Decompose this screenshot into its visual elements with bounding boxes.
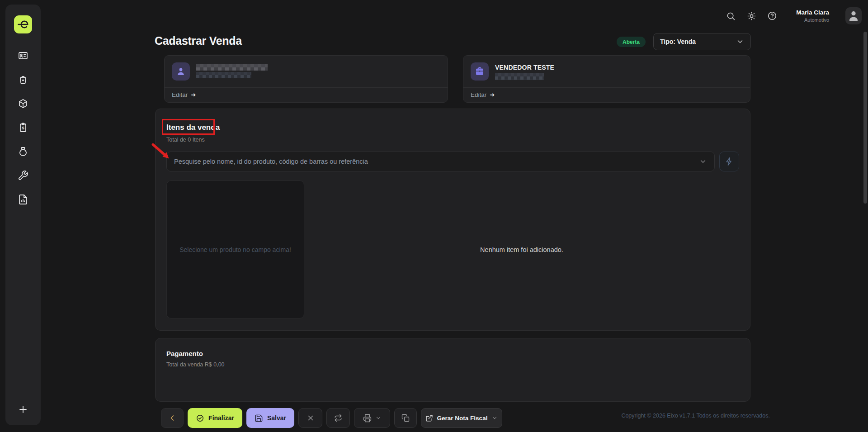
divider xyxy=(165,87,448,88)
person-icon xyxy=(175,66,186,77)
payment-section: Pagamento Total da venda R$ 0,00 xyxy=(155,338,750,402)
redacted-customer-name xyxy=(196,64,268,71)
quick-add-button[interactable] xyxy=(719,152,739,171)
customer-redacted-info xyxy=(196,62,268,81)
contact-card-icon xyxy=(18,50,28,61)
external-link-icon xyxy=(425,414,433,422)
cancel-button[interactable] xyxy=(298,408,322,428)
sidebar-item-products[interactable] xyxy=(16,98,30,109)
help-button[interactable] xyxy=(767,11,777,21)
theme-toggle-button[interactable] xyxy=(746,11,756,21)
seller-edit-link[interactable]: Editar ➜ xyxy=(471,91,495,98)
plus-icon xyxy=(18,404,28,415)
search-icon xyxy=(726,11,736,21)
chevron-down-icon xyxy=(699,157,707,166)
divider xyxy=(463,87,750,88)
finalize-label: Finalizar xyxy=(208,414,234,422)
product-search-input[interactable] xyxy=(174,158,694,165)
generate-invoice-label: Gerar Nota Fiscal xyxy=(437,415,488,422)
customer-card: Editar ➜ xyxy=(164,55,448,103)
sidebar-item-contacts[interactable] xyxy=(16,50,30,61)
sidebar-item-services[interactable] xyxy=(16,170,30,181)
sun-icon xyxy=(747,11,756,21)
sale-items-section: Itens da venda Total de 0 Itens Selecion… xyxy=(155,109,750,331)
sidebar-item-finance[interactable] xyxy=(16,146,30,157)
customer-avatar xyxy=(172,62,190,81)
chevron-left-icon xyxy=(168,413,177,423)
seller-avatar xyxy=(471,62,489,81)
repeat-icon xyxy=(334,414,342,422)
redacted-customer-detail xyxy=(196,72,251,78)
user-role: Automotivo xyxy=(804,17,829,23)
tools-wrench-icon xyxy=(18,170,28,181)
user-meta: Maria Clara Automotivo xyxy=(796,9,829,23)
payment-title: Pagamento xyxy=(166,350,739,357)
print-button[interactable] xyxy=(354,408,390,428)
page-title: Cadastrar Venda xyxy=(155,34,242,47)
sale-total: Total da venda R$ 0,00 xyxy=(166,361,739,368)
search-button[interactable] xyxy=(726,11,736,21)
duplicate-button[interactable] xyxy=(394,408,417,428)
sidebar: $ xyxy=(5,5,41,425)
generate-invoice-button[interactable]: Gerar Nota Fiscal xyxy=(421,408,502,428)
edit-label: Editar xyxy=(471,91,486,98)
eixo-logo-icon xyxy=(16,18,30,31)
chevron-down-icon xyxy=(491,415,498,421)
check-circle-icon xyxy=(196,414,204,423)
sidebar-nav: $ xyxy=(16,50,30,205)
svg-text:$: $ xyxy=(22,126,24,130)
topbar: Maria Clara Automotivo xyxy=(726,0,862,32)
product-preview-empty-text: Selecione um produto no campo acima! xyxy=(179,246,291,253)
repeat-button[interactable] xyxy=(326,408,350,428)
printer-icon xyxy=(363,414,372,423)
sale-type-value: Tipo: Venda xyxy=(660,38,696,45)
briefcase-icon xyxy=(474,66,485,77)
arrow-right-icon: ➜ xyxy=(191,91,196,98)
items-empty-text: Nenhum item foi adicionado. xyxy=(480,246,563,253)
status-badge: Aberta xyxy=(617,37,646,47)
page-scrollbar[interactable] xyxy=(863,32,867,204)
edit-label: Editar xyxy=(172,91,188,98)
close-icon xyxy=(307,414,315,422)
action-toolbar: Finalizar Salvar xyxy=(161,408,502,428)
user-name: Maria Clara xyxy=(796,9,829,16)
customer-edit-link[interactable]: Editar ➜ xyxy=(172,91,196,98)
sidebar-add-button[interactable] xyxy=(15,402,31,417)
sidebar-item-sales[interactable] xyxy=(16,74,30,85)
money-bag-icon xyxy=(18,146,28,157)
sidebar-item-invoices[interactable]: $ xyxy=(16,122,30,133)
sidebar-item-reports[interactable] xyxy=(16,194,30,205)
product-preview-panel: Selecione um produto no campo acima! xyxy=(166,180,304,318)
save-button[interactable]: Salvar xyxy=(246,408,294,428)
help-circle-icon xyxy=(767,11,777,21)
copy-icon xyxy=(401,414,410,422)
items-empty-state: Nenhum item foi adicionado. xyxy=(304,180,739,318)
save-icon xyxy=(255,414,263,423)
items-section-title: Itens da venda xyxy=(166,123,220,132)
user-avatar[interactable] xyxy=(845,7,862,24)
redacted-seller-detail xyxy=(495,73,544,80)
arrow-right-icon: ➜ xyxy=(490,91,495,98)
package-icon xyxy=(18,98,28,109)
items-count: Total de 0 Itens xyxy=(166,137,205,143)
save-label: Salvar xyxy=(267,414,286,422)
report-file-icon xyxy=(18,194,28,205)
shopping-basket-icon xyxy=(18,74,28,85)
product-search-select[interactable] xyxy=(166,152,715,171)
invoice-clipboard-icon: $ xyxy=(18,122,28,133)
copyright-text: Copyright © 2026 Eixo v1.7.1 Todos os di… xyxy=(621,413,770,419)
lightning-icon xyxy=(725,157,734,166)
chevron-down-icon xyxy=(736,38,744,46)
sale-type-dropdown[interactable]: Tipo: Venda xyxy=(653,33,751,50)
back-button[interactable] xyxy=(161,408,184,428)
finalize-button[interactable]: Finalizar xyxy=(188,408,242,428)
app-logo[interactable] xyxy=(14,15,32,33)
seller-name: VENDEDOR TESTE xyxy=(495,64,554,71)
person-icon xyxy=(847,9,860,23)
seller-card: VENDEDOR TESTE Editar ➜ xyxy=(463,55,750,103)
chevron-down-icon xyxy=(375,415,382,421)
